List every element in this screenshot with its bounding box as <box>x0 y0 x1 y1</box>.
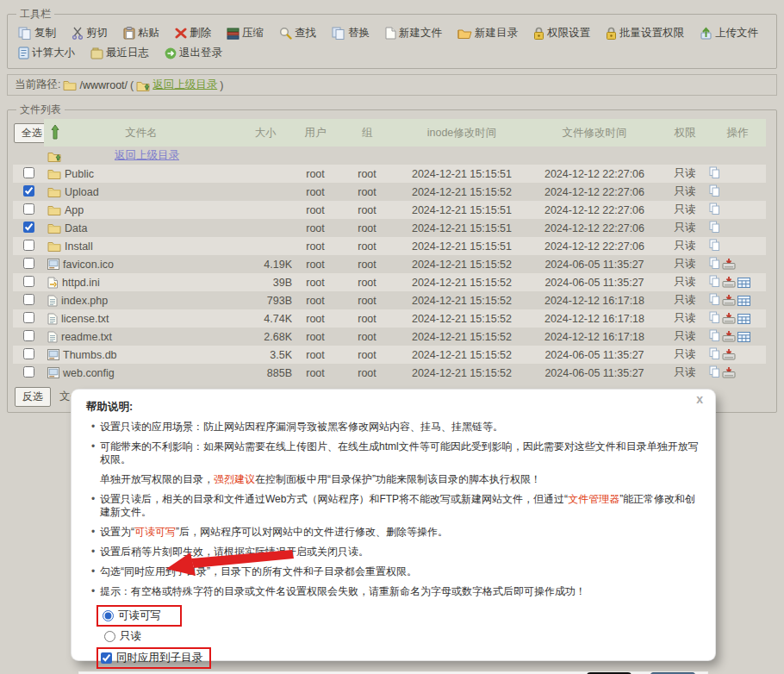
row-checkbox[interactable] <box>23 366 34 378</box>
filename-text[interactable]: favicon.ico <box>63 259 114 271</box>
toolbar-button-recent-log[interactable]: 最近日志 <box>90 46 149 60</box>
user-cell: root <box>292 328 339 346</box>
toolbar-button-calc-size[interactable]: 计算大小 <box>18 46 75 60</box>
op-copy-icon[interactable] <box>709 311 720 324</box>
column-inode-time[interactable]: inode修改时间 <box>395 119 528 147</box>
op-download-icon[interactable] <box>722 258 736 270</box>
return-parent-cell: 返回上级目录 <box>44 147 239 165</box>
column-mtime[interactable]: 文件修改时间 <box>528 119 661 147</box>
return-parent-row-link[interactable]: 返回上级目录 <box>115 148 179 163</box>
row-checkbox[interactable] <box>23 312 34 323</box>
op-copy-icon[interactable] <box>709 347 720 360</box>
op-edit-icon[interactable] <box>737 332 750 342</box>
toolbar-button-replace[interactable]: 替换 <box>332 26 370 41</box>
toolbar-button-label: 压缩 <box>242 26 264 41</box>
toolbar-button-cut[interactable]: 剪切 <box>72 26 108 41</box>
op-copy-icon[interactable] <box>709 293 720 306</box>
toolbar-button-compress[interactable]: 压缩 <box>227 26 264 41</box>
op-copy-icon[interactable] <box>709 365 720 378</box>
filename-text[interactable]: App <box>65 204 84 216</box>
apply-subdir-checkbox[interactable] <box>101 652 112 664</box>
column-perm[interactable]: 权限 <box>661 119 709 147</box>
toolbar-button-new-folder[interactable]: 新建目录 <box>457 26 518 41</box>
filename-text[interactable]: httpd.ini <box>62 277 100 289</box>
row-checkbox[interactable] <box>23 330 34 341</box>
sort-up-arrow-icon[interactable] <box>51 124 59 140</box>
row-checkbox[interactable] <box>23 348 34 359</box>
op-edit-icon[interactable] <box>737 296 750 306</box>
row-checkbox[interactable] <box>23 222 34 233</box>
op-download-icon[interactable] <box>722 366 736 378</box>
toolbar-button-lock[interactable]: 权限设置 <box>533 26 590 41</box>
column-user[interactable]: 用户 <box>292 119 339 147</box>
filename-text[interactable]: index.php <box>61 295 108 307</box>
upload-icon <box>700 27 712 40</box>
column-group[interactable]: 组 <box>339 119 395 147</box>
size-cell: 39B <box>239 273 292 291</box>
op-copy-icon[interactable] <box>709 329 720 342</box>
op-copy-icon[interactable] <box>709 275 720 288</box>
filename-text[interactable]: readme.txt <box>61 331 112 343</box>
toolbar-button-new-file[interactable]: 新建文件 <box>385 26 442 41</box>
toolbar-button-delete[interactable]: 删除 <box>175 26 211 41</box>
row-checkbox[interactable] <box>23 240 34 251</box>
row-checkbox[interactable] <box>23 258 34 269</box>
radio-readonly[interactable] <box>104 631 115 642</box>
op-copy-icon[interactable] <box>709 184 720 197</box>
row-checkbox[interactable] <box>23 185 34 197</box>
op-download-icon[interactable] <box>722 348 736 360</box>
filename-text[interactable]: license.txt <box>61 313 109 325</box>
op-edit-icon[interactable] <box>737 314 750 324</box>
row-checkbox[interactable] <box>23 294 34 305</box>
op-download-icon[interactable] <box>722 276 736 288</box>
column-filename[interactable]: 文件名 <box>44 119 239 147</box>
op-download-icon[interactable] <box>722 294 736 306</box>
return-parent-link[interactable]: 返回上级目录 <box>152 78 217 92</box>
toolbar-button-lock-batch[interactable]: 批量设置权限 <box>606 26 684 41</box>
invert-select-button[interactable]: 反选 <box>15 387 51 407</box>
select-all-button[interactable]: 全选 <box>14 123 44 143</box>
radio-readonly-option[interactable]: 只读 <box>104 629 141 644</box>
filename-cell: favicon.ico <box>44 255 239 273</box>
filename-text[interactable]: Public <box>65 168 94 180</box>
op-copy-icon[interactable] <box>709 166 720 179</box>
group-cell: root <box>339 346 395 364</box>
row-checkbox[interactable] <box>23 276 34 287</box>
row-checkbox[interactable] <box>23 203 34 215</box>
filename-text[interactable]: web.config <box>63 367 115 379</box>
toolbar-button-search[interactable]: 查找 <box>279 26 316 41</box>
help-line: •单独开放写权限的目录，强烈建议在控制面板中用“目录保护”功能来限制该目录的脚本… <box>86 473 703 486</box>
size-cell <box>239 165 292 183</box>
apply-subdir-option[interactable]: 同时应用到子目录 <box>101 651 202 665</box>
op-copy-icon[interactable] <box>709 203 720 215</box>
filename-text[interactable]: Install <box>65 240 93 253</box>
filename-text[interactable]: Upload <box>65 186 99 198</box>
current-path: /wwwroot/ <box>79 79 128 91</box>
column-size[interactable]: 大小 <box>239 119 292 147</box>
dialog-title: 帮助说明: <box>86 400 703 415</box>
radio-writable[interactable] <box>103 610 114 621</box>
column-ops[interactable]: 操作 <box>709 119 766 147</box>
op-copy-icon[interactable] <box>709 221 720 234</box>
toolbar-button-upload[interactable]: 上传文件 <box>700 26 758 41</box>
radio-writable-option[interactable]: 可读可写 <box>103 608 161 623</box>
op-edit-icon[interactable] <box>737 278 750 288</box>
op-copy-icon[interactable] <box>709 257 720 270</box>
toolbar-button-paste[interactable]: 粘贴 <box>123 26 159 41</box>
op-copy-icon[interactable] <box>709 239 720 252</box>
toolbar-button-logout[interactable]: 退出登录 <box>165 46 222 60</box>
filename-text[interactable]: Thumbs.db <box>63 349 117 361</box>
permission-help-dialog: x 帮助说明: •设置只读的应用场景：防止网站因程序漏洞导致被黑客修改网站内容、… <box>72 390 715 660</box>
empty-cell <box>395 147 528 165</box>
inode-time-cell: 2024-12-21 15:15:52 <box>395 309 528 328</box>
radio-writable-label: 可读可写 <box>118 608 161 623</box>
help-line-text: 设置只读的应用场景：防止网站因程序漏洞导致被黑客修改网站内容、挂马、挂黑链等。 <box>100 421 503 434</box>
op-download-icon[interactable] <box>722 312 736 324</box>
perm-cell: 只读 <box>661 346 709 364</box>
filename-cell: Thumbs.db <box>44 346 239 364</box>
filename-text[interactable]: Data <box>65 222 87 234</box>
row-checkbox[interactable] <box>23 167 34 178</box>
op-download-icon[interactable] <box>722 330 736 342</box>
help-line-text: 设置只读后，相关的目录和文件通过Web方式（网站程序）和FTP将不能改写或新建网… <box>100 493 703 519</box>
toolbar-button-copy[interactable]: 复制 <box>18 26 56 41</box>
